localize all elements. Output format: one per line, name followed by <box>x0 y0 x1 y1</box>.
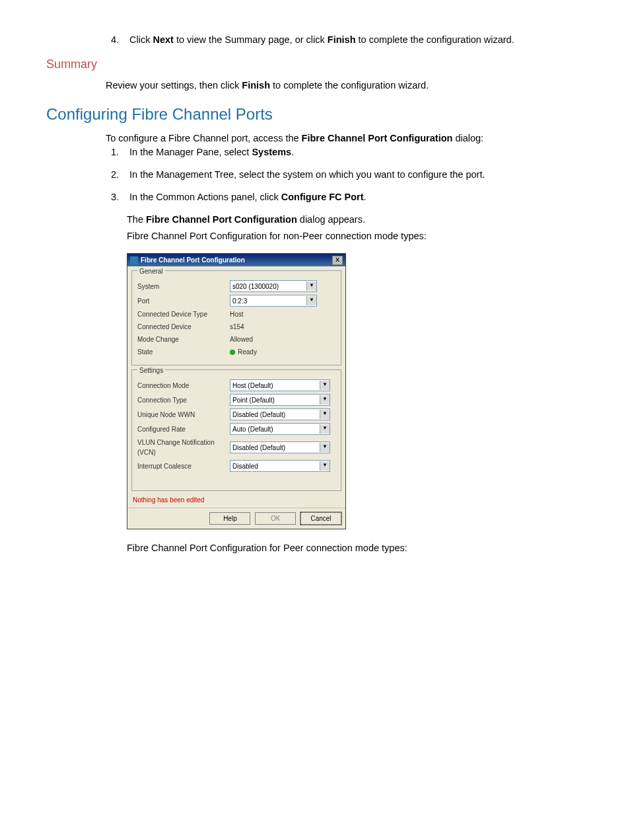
connection-mode-dropdown[interactable]: Host (Default)▼ <box>230 379 330 391</box>
summary-heading: Summary <box>46 56 584 73</box>
chevron-down-icon[interactable]: ▼ <box>320 410 330 419</box>
interrupt-coalesce-label: Interrupt Coalesce <box>137 461 230 471</box>
settings-legend: Settings <box>137 365 165 375</box>
configured-rate-label: Configured Rate <box>137 424 230 434</box>
system-label: System <box>137 282 230 291</box>
status-message: Nothing has been edited <box>133 495 340 505</box>
chevron-down-icon[interactable]: ▼ <box>320 443 330 452</box>
configuring-heading: Configuring Fibre Channel Ports <box>46 102 584 126</box>
connection-type-dropdown[interactable]: Point (Default)▼ <box>230 394 330 406</box>
summary-body: Review your settings, then click Finish … <box>106 79 584 93</box>
config-step-2: 2. In the Management Tree, select the sy… <box>106 168 584 182</box>
fc-port-config-dialog: Fibre Channel Port Configuration X Gener… <box>127 253 346 529</box>
dialog-title-text: Fibre Channel Port Configuration <box>141 255 245 265</box>
vcn-label: VLUN Change Notification (VCN) <box>137 438 230 457</box>
chevron-down-icon[interactable]: ▼ <box>306 282 316 291</box>
connection-mode-label: Connection Mode <box>137 381 230 391</box>
dialog-icon <box>130 256 138 264</box>
status-dot-icon <box>230 350 235 355</box>
chevron-down-icon[interactable]: ▼ <box>320 395 330 404</box>
chevron-down-icon[interactable]: ▼ <box>320 424 330 434</box>
nonpeer-caption: Fibre Channel Port Configuration for non… <box>127 229 584 244</box>
step4-text: Click Next to view the Summary page, or … <box>129 34 514 45</box>
config-intro: To configure a Fibre Channel port, acces… <box>106 132 584 146</box>
connected-device-value: s154 <box>230 322 244 332</box>
help-button[interactable]: Help <box>209 512 250 525</box>
config-step-3: 3. In the Common Actions panel, click Co… <box>106 190 584 205</box>
dialog-appears-text: The Fibre Channel Port Configuration dia… <box>127 213 584 227</box>
mode-change-label: Mode Change <box>137 334 230 344</box>
general-fieldset: General System s020 (1300020) ▼ Port 0:2… <box>131 270 341 365</box>
configured-rate-dropdown[interactable]: Auto (Default)▼ <box>230 423 330 435</box>
port-dropdown[interactable]: 0:2:3 ▼ <box>230 295 317 307</box>
vcn-dropdown[interactable]: Disabled (Default)▼ <box>230 441 330 453</box>
cancel-button[interactable]: Cancel <box>300 512 341 525</box>
connected-device-type-label: Connected Device Type <box>137 309 230 319</box>
dialog-buttonbar: Help OK Cancel <box>127 508 345 529</box>
settings-fieldset: Settings Connection Mode Host (Default)▼… <box>131 369 341 491</box>
chevron-down-icon[interactable]: ▼ <box>320 381 330 390</box>
mode-change-value: Allowed <box>230 334 253 344</box>
connected-device-label: Connected Device <box>137 322 230 332</box>
connection-type-label: Connection Type <box>137 395 230 405</box>
step-number: 1. <box>106 145 119 160</box>
close-icon[interactable]: X <box>332 256 343 265</box>
peer-caption: Fibre Channel Port Configuration for Pee… <box>127 541 584 556</box>
unique-node-wwn-label: Unique Node WWN <box>137 410 230 420</box>
step-4: 4. Click Next to view the Summary page, … <box>106 33 584 48</box>
general-legend: General <box>137 266 165 276</box>
chevron-down-icon[interactable]: ▼ <box>320 461 330 471</box>
system-dropdown[interactable]: s020 (1300020) ▼ <box>230 280 317 292</box>
connected-device-type-value: Host <box>230 309 244 319</box>
unique-node-wwn-dropdown[interactable]: Disabled (Default)▼ <box>230 408 330 420</box>
interrupt-coalesce-dropdown[interactable]: Disabled▼ <box>230 460 330 472</box>
port-label: Port <box>137 296 230 306</box>
ok-button[interactable]: OK <box>255 512 296 525</box>
state-value: Ready <box>230 347 257 357</box>
step-number: 2. <box>106 168 119 182</box>
chevron-down-icon[interactable]: ▼ <box>306 296 316 305</box>
step-number: 4. <box>106 33 119 48</box>
step-number: 3. <box>106 190 119 205</box>
state-label: State <box>137 347 230 357</box>
dialog-titlebar[interactable]: Fibre Channel Port Configuration X <box>127 254 345 266</box>
config-step-1: 1. In the Manager Pane, select Systems. <box>106 145 584 160</box>
